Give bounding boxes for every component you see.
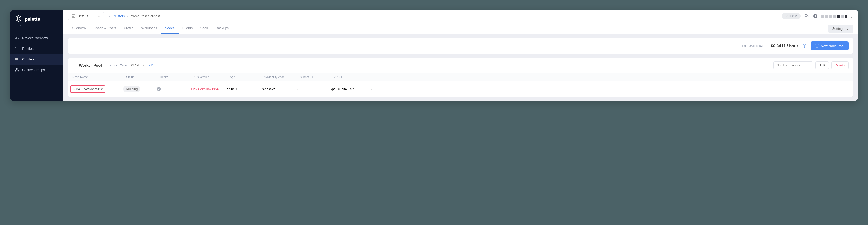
version-label: 3.4.75 [10,25,63,33]
app-shell: palette 3.4.75 Project Overview Profiles… [10,10,858,101]
nav-label: Project Overview [22,36,48,40]
node-id-highlight[interactable]: i-0341674fc5bbcc12e [70,85,105,93]
brand-logo-icon [15,15,22,23]
usage-pill: 0/100kCh [782,13,801,19]
tab-backups[interactable]: Backups [212,23,233,34]
settings-button[interactable]: Settings ⌄ [828,25,853,33]
star-icon[interactable] [813,13,818,19]
cell-vpc: vpc-0c8b3458f7f... [331,87,367,91]
pool-name: Worker-Pool [79,63,102,68]
cell-subnet: - [297,87,331,91]
sidebar-item-clusters[interactable]: Clusters [10,54,63,65]
status-badge: Running [123,86,141,92]
delete-button[interactable]: Delete [831,62,849,69]
list-icon [15,57,19,61]
instance-type-value: t3.2xlarge [131,64,145,67]
th-k8s: K8s Version [191,75,227,79]
new-pool-label: New Node Pool [821,44,844,48]
th-expand [367,75,376,79]
chevron-down-icon: ⌄ [98,14,101,18]
content: ESTIMATED RATE $0.3411 / hour i + New No… [63,34,858,101]
instance-type-label: Instance Type: [107,64,128,67]
info-icon[interactable]: i [149,64,153,67]
cell-health: ✓ [157,87,191,91]
edit-button[interactable]: Edit [815,62,829,69]
svg-point-3 [18,70,19,71]
check-icon: ✓ [157,87,161,91]
sidebar: palette 3.4.75 Project Overview Profiles… [10,10,63,101]
sidebar-item-profiles[interactable]: Profiles [10,43,63,54]
k8s-version-link[interactable]: 1.26.4-eks-0a21954 [191,87,219,91]
nav-label: Profiles [22,47,34,50]
crumb-clusters[interactable]: Clusters [113,14,125,18]
settings-label: Settings [832,27,844,31]
topbar: Default ⌄ / Clusters / aws-autoscaler-te… [63,10,858,34]
cell-age: an hour [227,87,260,91]
nav-label: Cluster Groups [22,68,45,72]
cell-node-name: i-0341674fc5bbcc12e [72,85,123,93]
topbar-right: 0/100kCh ⌄ [782,13,853,19]
tabs: Overview Usage & Costs Profile Workloads… [63,23,858,34]
row-expand-icon[interactable]: › [367,87,376,91]
nodes-table: Node Name Status Health K8s Version Age … [68,73,853,97]
brand: palette [10,15,63,25]
th-az: Availability Zone [260,75,297,79]
brand-name: palette [25,16,40,22]
cell-k8s: 1.26.4-eks-0a21954 [191,87,227,91]
chat-icon[interactable] [804,13,809,19]
tab-usage-costs[interactable]: Usage & Costs [90,23,120,34]
chevron-down-icon: ⌄ [846,27,849,31]
rate-value: $0.3411 / hour [771,44,798,48]
svg-point-1 [17,68,18,69]
svg-point-2 [15,70,16,71]
network-icon [15,68,19,72]
cell-az: us-east-2c [260,87,297,91]
tab-overview[interactable]: Overview [68,23,90,34]
topbar-row: Default ⌄ / Clusters / aws-autoscaler-te… [63,10,858,23]
plus-icon: + [815,44,819,48]
th-node-name: Node Name [72,75,123,79]
table-row: i-0341674fc5bbcc12e Running ✓ 1.26.4-eks… [68,81,853,97]
cell-status: Running [123,86,157,92]
node-count-label: Number of nodes [773,62,804,69]
info-icon[interactable]: i [803,44,806,48]
th-health: Health [157,75,191,79]
tab-profile[interactable]: Profile [120,23,137,34]
tab-events[interactable]: Events [179,23,197,34]
new-node-pool-button[interactable]: + New Node Pool [811,41,849,50]
main: Default ⌄ / Clusters / aws-autoscaler-te… [63,10,858,101]
chevron-down-icon[interactable]: ⌄ [72,63,75,68]
table-header: Node Name Status Health K8s Version Age … [68,73,853,81]
node-count-control: Number of nodes 1 [773,62,813,69]
th-vpc: VPC ID [331,75,367,79]
sidebar-item-project-overview[interactable]: Project Overview [10,33,63,43]
rate-bar: ESTIMATED RATE $0.3411 / hour i + New No… [68,38,853,54]
tab-nodes[interactable]: Nodes [161,23,178,34]
pool-card: ⌄ Worker-Pool Instance Type: t3.2xlarge … [68,58,853,97]
breadcrumb: / Clusters / aws-autoscaler-test [109,14,160,18]
crumb-current: aws-autoscaler-test [131,14,160,18]
th-status: Status [123,75,157,79]
pool-actions: Number of nodes 1 Edit Delete [773,62,849,69]
chevron-down-icon: ⌄ [850,14,853,18]
chart-icon [72,14,75,18]
scope-label: Default [78,14,88,18]
svg-point-0 [16,47,18,48]
scope-select[interactable]: Default ⌄ [68,12,104,20]
layers-icon [15,47,19,50]
separator: / [127,14,128,18]
sidebar-item-cluster-groups[interactable]: Cluster Groups [10,65,63,75]
th-subnet: Subnet ID [297,75,331,79]
th-age: Age [227,75,260,79]
separator: / [109,14,110,18]
rate-label: ESTIMATED RATE [742,45,767,47]
pool-header: ⌄ Worker-Pool Instance Type: t3.2xlarge … [68,58,853,73]
tab-scan[interactable]: Scan [197,23,212,34]
nav-label: Clusters [22,57,34,61]
node-count-value[interactable]: 1 [804,62,813,69]
bar-chart-icon [15,36,19,40]
tab-workloads[interactable]: Workloads [137,23,161,34]
user-menu[interactable]: ⌄ [822,14,853,18]
